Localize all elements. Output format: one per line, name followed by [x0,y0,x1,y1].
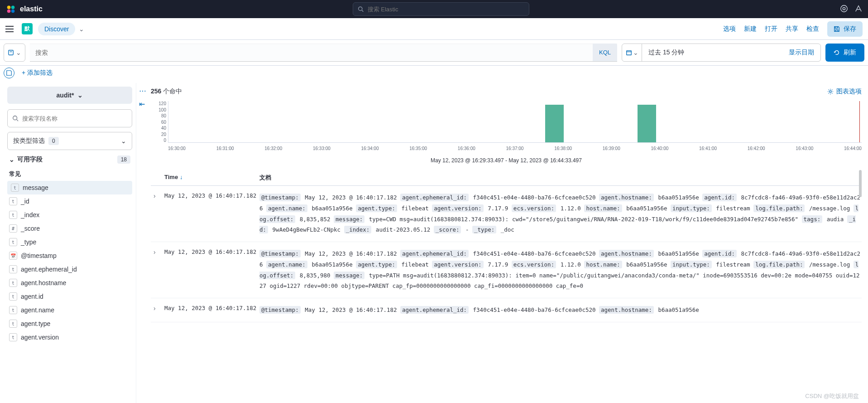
date-value[interactable]: 过去 15 分钟 [642,44,782,61]
available-fields-header[interactable]: ⌄ 可用字段 18 [7,150,132,167]
hits-label: 256 个命中 [151,87,182,96]
available-fields-label: 可用字段 [17,155,43,164]
field-name: _type [21,238,36,246]
dataview-menu-button[interactable]: ⌄ [4,44,25,62]
space-badge[interactable]: 默 [22,23,33,34]
chevron-down-icon: ⌄ [77,92,83,99]
field-name: _score [21,225,40,232]
chart-options-button[interactable]: 图表选项 [827,87,862,96]
brand-logo[interactable]: elastic [5,4,43,15]
type-filter-label: 按类型筛选 [13,137,45,145]
chart-plot [168,101,862,143]
global-search-input[interactable] [368,6,525,13]
field-item[interactable]: t_index [7,208,132,222]
field-type-icon: t [9,320,17,328]
chart-x-axis: 16:30:0016:31:0016:32:0016:33:0016:34:00… [168,146,862,151]
field-item[interactable]: t_id [7,194,132,208]
field-item[interactable]: tagent.id [7,290,132,303]
index-pattern-picker[interactable]: audit* ⌄ [7,87,132,104]
chart-bar[interactable] [545,105,564,142]
expand-row-icon[interactable]: › [153,192,156,199]
chevron-down-icon: ⌄ [16,49,21,56]
doc-field-name: message: [334,215,364,223]
date-picker: ⌄ 过去 15 分钟 显示日期 [622,44,821,62]
field-item[interactable]: 📅@timestamp [7,249,132,262]
field-item[interactable]: #_score [7,222,132,235]
nav-toggle-button[interactable] [5,24,16,34]
histogram-chart[interactable]: 120100806040200 16:30:0016:31:0016:32:00… [151,101,862,155]
svg-point-15 [830,91,831,92]
date-quick-button[interactable]: ⌄ [622,44,642,61]
svg-point-3 [11,10,15,13]
save-icon [834,26,840,32]
doc-field-name: agent.id: [702,250,737,257]
field-item[interactable]: tagent.hostname [7,276,132,290]
field-name: @timestamp [21,252,57,259]
saved-query-button[interactable] [4,68,14,78]
show-dates-button[interactable]: 显示日期 [782,44,820,61]
field-type-icon: t [9,306,17,314]
new-link[interactable]: 新建 [744,25,757,33]
app-bar: 默 Discover ⌄ 选项 新建 打开 共享 检查 保存 [0,18,868,40]
field-item[interactable]: tagent.version [7,330,132,344]
doc-field-name: agent.version: [432,204,483,212]
save-button[interactable]: 保存 [827,21,863,37]
query-input[interactable] [30,44,593,61]
field-name: agent.ephemeral_id [21,266,77,273]
newsfeed-icon[interactable] [840,5,848,14]
field-item[interactable]: t_type [7,235,132,249]
doc-field-name: agent.ephemeral_id: [400,194,469,201]
table-row: ›May 12, 2023 @ 16:40:17.182@timestamp: … [151,298,862,322]
chart-bar[interactable] [638,105,656,142]
chart-cursor-line [859,101,860,142]
col-doc-header[interactable]: 文档 [259,174,271,182]
field-search-input[interactable] [22,115,127,122]
inspect-link[interactable]: 检查 [806,25,819,33]
expand-row-icon[interactable]: › [153,248,156,256]
svg-line-5 [362,10,363,11]
doc-field-name: agent.ephemeral_id: [400,250,469,257]
filter-bar: + 添加筛选 [0,66,868,83]
doc-field-name: @timestamp: [259,250,301,257]
type-filter[interactable]: 按类型筛选 0 ⌄ [7,132,132,150]
field-item[interactable]: tagent.ephemeral_id [7,262,132,276]
help-icon[interactable] [854,5,863,14]
global-search[interactable] [353,2,529,16]
toggle-wrap-icon[interactable]: ⋯ [139,87,146,95]
doc-field-name: input.type: [671,261,712,268]
share-link[interactable]: 共享 [786,25,798,33]
common-fields-label: 常见 [7,167,132,181]
field-type-icon: t [9,197,17,205]
search-icon [12,115,19,121]
query-bar: ⌄ KQL ⌄ 过去 15 分钟 显示日期 刷新 [0,40,868,66]
field-name: _id [21,198,29,205]
add-filter-button[interactable]: + 添加筛选 [22,69,53,77]
expand-row-icon[interactable]: › [153,305,156,312]
app-name: Discover [44,25,69,33]
options-link[interactable]: 选项 [723,25,736,33]
field-item[interactable]: tagent.name [7,303,132,317]
field-type-icon: t [9,333,17,341]
table-header: Time↓ 文档 [151,170,862,186]
svg-line-14 [17,120,19,121]
doc-cell: @timestamp: May 12, 2023 @ 16:40:17.182 … [259,305,862,316]
svg-rect-11 [626,51,631,55]
scrollbar[interactable] [859,170,862,396]
refresh-button[interactable]: 刷新 [825,44,864,62]
content: ⋯ ⇤ 256 个命中 图表选项 120100806040200 16:30:0… [136,83,868,403]
table-row: ›May 12, 2023 @ 16:40:17.182@timestamp: … [151,186,862,242]
app-breadcrumb[interactable]: Discover [38,23,75,35]
collapse-sidebar-icon[interactable]: ⇤ [139,100,146,108]
doc-cell: @timestamp: May 12, 2023 @ 16:40:17.182 … [259,248,862,291]
field-item[interactable]: tagent.type [7,317,132,330]
chevron-down-icon[interactable]: ⌄ [79,25,84,33]
field-name: message [23,184,48,191]
field-item[interactable]: tmessage [7,181,132,194]
doc-field-name: ecs.version: [512,261,556,268]
open-link[interactable]: 打开 [765,25,777,33]
query-input-wrap: KQL [30,44,617,62]
field-search[interactable] [7,109,132,127]
field-type-icon: # [9,224,17,233]
kql-toggle[interactable]: KQL [593,44,617,61]
col-time-header[interactable]: Time↓ [164,174,259,182]
